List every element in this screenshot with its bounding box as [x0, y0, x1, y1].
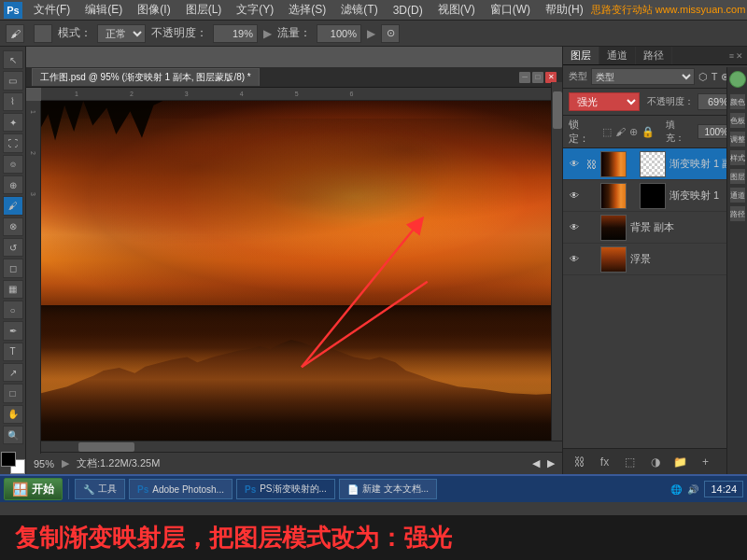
h-scroll-thumb[interactable]	[78, 442, 134, 452]
clock: 14:24	[704, 481, 743, 497]
strip-color[interactable]: 颜色	[729, 93, 746, 110]
airbrush-icon[interactable]: ⊙	[381, 24, 400, 43]
menu-file[interactable]: 文件(F)	[26, 0, 78, 20]
layer-link-0[interactable]: ⛓	[585, 157, 597, 172]
taskbar: 🪟 开始 🔧 工具 Ps Adobe Photosh... Ps PS渐变映射的…	[0, 474, 747, 502]
layer-link-2[interactable]	[585, 220, 597, 235]
blend-mode-select[interactable]: 强光 正常 叠加 柔光	[569, 92, 640, 111]
layer-link-1[interactable]	[585, 189, 597, 203]
menu-3d[interactable]: 3D(D)	[386, 2, 430, 19]
menu-layer[interactable]: 图层(L)	[178, 0, 230, 20]
status-arrow[interactable]: ▶	[62, 457, 69, 469]
eyedropper-tool[interactable]: ⌾	[3, 155, 23, 174]
brush-tool[interactable]: 🖌	[3, 196, 23, 215]
opacity-input[interactable]	[213, 24, 258, 43]
layer-item-1[interactable]: 👁 渐变映射 1	[563, 180, 747, 212]
type-icon-2[interactable]: T	[712, 71, 718, 82]
taskbar-item-ps[interactable]: Ps Adobe Photosh...	[129, 479, 233, 499]
mode-select[interactable]: 正常	[97, 24, 146, 43]
shape-tool[interactable]: □	[3, 384, 23, 402]
layer-name-3: 浮景	[630, 252, 728, 266]
status-nav-left[interactable]: ◀	[532, 457, 540, 469]
menu-edit[interactable]: 编辑(E)	[78, 0, 130, 20]
add-mask-btn[interactable]: ⬚	[621, 453, 640, 471]
layer-eye-2[interactable]: 👁	[567, 220, 582, 235]
add-adjustment-btn[interactable]: ◑	[646, 453, 665, 471]
layer-thumb-1	[600, 183, 627, 209]
win-minimize[interactable]: ─	[519, 72, 530, 83]
layers-panel: 图层 通道 路径 ≡ ✕ 类型 类型 ⬡ T ⊗ fx	[562, 47, 747, 474]
panel-close-icon[interactable]: ✕	[736, 51, 743, 61]
eraser-tool[interactable]: ◻	[3, 259, 23, 277]
layer-item-2[interactable]: 👁 背景 副本	[563, 212, 747, 244]
doc-tab[interactable]: 工作图.psd @ 95% (渐变映射 1 副本, 图层蒙版/8) *	[32, 68, 260, 86]
strip-swatches[interactable]: 色板	[729, 112, 746, 129]
menu-text[interactable]: 文字(Y)	[229, 0, 281, 20]
panel-menu-icon[interactable]: ≡	[729, 51, 734, 61]
gradient-tool[interactable]: ▦	[3, 280, 23, 299]
tab-channels[interactable]: 通道	[599, 47, 636, 64]
strip-style[interactable]: 样式	[729, 149, 746, 166]
strip-adjust[interactable]: 调整	[729, 131, 746, 147]
pen-tool[interactable]: ✒	[3, 321, 23, 340]
type-icon-1[interactable]: ⬡	[698, 71, 708, 83]
menu-filter[interactable]: 滤镜(T)	[333, 0, 385, 20]
zoom-tool[interactable]: 🔍	[3, 426, 23, 444]
h-scrollbar[interactable]	[41, 441, 562, 452]
v-scroll-thumb[interactable]	[553, 91, 562, 129]
layer-link-3[interactable]	[585, 252, 597, 267]
expand-btn[interactable]	[729, 71, 746, 88]
marquee-tool[interactable]: ▭	[3, 71, 23, 90]
menu-window[interactable]: 窗口(W)	[483, 0, 538, 20]
fg-color-swatch[interactable]	[1, 452, 16, 467]
path-select-tool[interactable]: ↗	[3, 363, 23, 382]
layer-item-0[interactable]: 👁 ⛓ 渐变映射 1 副本...	[563, 148, 747, 180]
layers-list: 👁 ⛓ 渐变映射 1 副本... 👁	[563, 148, 747, 448]
history-brush-tool[interactable]: ↺	[3, 238, 23, 257]
move-tool[interactable]: ↖	[3, 50, 23, 69]
text-tool[interactable]: T	[3, 343, 23, 361]
menu-image[interactable]: 图像(I)	[130, 0, 177, 20]
start-button[interactable]: 🪟 开始	[4, 478, 63, 500]
add-style-btn[interactable]: fx	[596, 453, 614, 471]
taskbar-item-ps2[interactable]: Ps PS渐变映射的...	[236, 479, 335, 499]
flow-input[interactable]	[317, 24, 361, 43]
site-logo: 思路变行动站 www.missyuan.com	[591, 3, 746, 17]
brush-preset-icon[interactable]	[34, 24, 52, 43]
clone-tool[interactable]: ⊗	[3, 217, 23, 236]
thumb-layer-3	[601, 247, 626, 272]
menu-select[interactable]: 选择(S)	[281, 0, 333, 20]
layer-eye-1[interactable]: 👁	[567, 189, 582, 203]
lock-transparent-btn[interactable]: ⬚	[602, 126, 612, 138]
tab-paths[interactable]: 路径	[636, 47, 672, 64]
magic-wand-tool[interactable]: ✦	[3, 113, 23, 132]
lasso-tool[interactable]: ⌇	[3, 92, 23, 111]
lock-paint-btn[interactable]: 🖌	[615, 126, 626, 137]
status-bar: 95% ▶ 文档:1.22M/3.25M ◀ ▶	[26, 452, 562, 474]
win-maximize[interactable]: □	[532, 72, 543, 83]
layer-item-3[interactable]: 👁 浮景 🔒	[563, 244, 747, 275]
v-scrollbar[interactable]	[551, 82, 562, 441]
lock-all-btn[interactable]: 🔒	[641, 126, 655, 138]
hand-tool[interactable]: ✋	[3, 405, 23, 424]
add-layer-btn[interactable]: +	[697, 453, 715, 471]
add-group-btn[interactable]: 📁	[671, 453, 690, 471]
link-layers-btn[interactable]: ⛓	[571, 453, 589, 471]
strip-channels[interactable]: 通道	[729, 187, 746, 203]
menu-view[interactable]: 视图(V)	[430, 0, 483, 20]
healing-tool[interactable]: ⊕	[3, 175, 23, 194]
lock-position-btn[interactable]: ⊕	[629, 126, 638, 138]
win-close[interactable]: ✕	[545, 72, 557, 83]
menu-help[interactable]: 帮助(H)	[538, 0, 591, 20]
strip-layers[interactable]: 图层	[729, 168, 746, 185]
dodge-tool[interactable]: ○	[3, 301, 23, 319]
tab-layers[interactable]: 图层	[563, 47, 599, 64]
crop-tool[interactable]: ⛶	[3, 133, 23, 152]
taskbar-item-tools[interactable]: 🔧 工具	[75, 479, 125, 499]
status-nav-right[interactable]: ▶	[547, 457, 555, 469]
layer-eye-3[interactable]: 👁	[567, 252, 582, 267]
layer-eye-0[interactable]: 👁	[567, 157, 582, 172]
strip-paths[interactable]: 路径	[729, 205, 746, 222]
type-filter-select[interactable]: 类型	[591, 68, 695, 85]
taskbar-item-note[interactable]: 📄 新建 文本文档...	[339, 479, 437, 499]
